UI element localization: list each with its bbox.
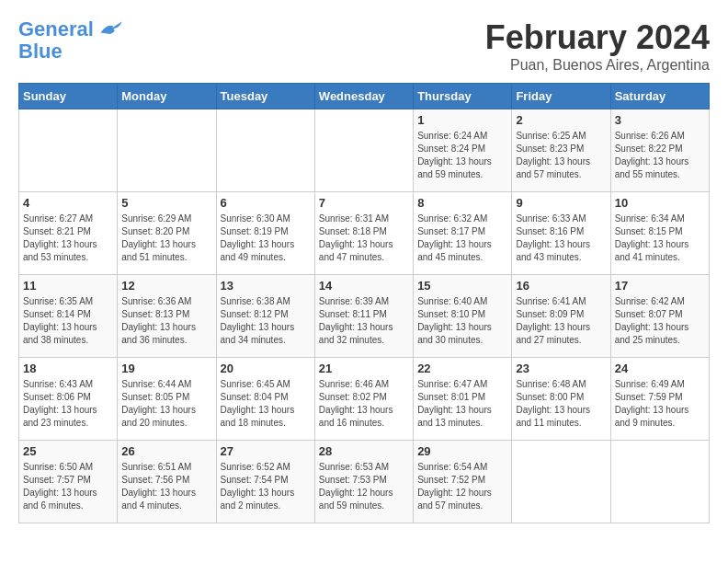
day-info: Sunrise: 6:34 AMSunset: 8:15 PMDaylight:… — [615, 213, 705, 264]
day-number: 20 — [221, 362, 311, 375]
day-of-week-header: Wednesday — [314, 84, 413, 109]
calendar-cell: 21Sunrise: 6:46 AMSunset: 8:02 PMDayligh… — [314, 358, 413, 441]
calendar-cell: 1Sunrise: 6:24 AMSunset: 8:24 PMDaylight… — [414, 109, 512, 192]
day-number: 28 — [319, 444, 409, 458]
day-info: Sunrise: 6:27 AMSunset: 8:21 PMDaylight:… — [23, 213, 113, 264]
day-info: Sunrise: 6:47 AMSunset: 8:01 PMDaylight:… — [417, 378, 507, 430]
calendar-week-row: 1Sunrise: 6:24 AMSunset: 8:24 PMDaylight… — [19, 109, 710, 192]
page-title: February 2024 — [485, 18, 710, 57]
day-info: Sunrise: 6:45 AMSunset: 8:04 PMDaylight:… — [221, 378, 311, 430]
day-info: Sunrise: 6:33 AMSunset: 8:16 PMDaylight:… — [516, 213, 606, 264]
day-info: Sunrise: 6:41 AMSunset: 8:09 PMDaylight:… — [516, 295, 606, 347]
day-info: Sunrise: 6:35 AMSunset: 8:14 PMDaylight:… — [23, 295, 113, 347]
calendar-cell: 7Sunrise: 6:31 AMSunset: 8:18 PMDaylight… — [314, 192, 413, 275]
calendar-cell — [19, 109, 118, 192]
day-info: Sunrise: 6:31 AMSunset: 8:18 PMDaylight:… — [319, 213, 409, 264]
calendar-cell: 26Sunrise: 6:51 AMSunset: 7:56 PMDayligh… — [118, 441, 216, 523]
calendar-cell: 25Sunrise: 6:50 AMSunset: 7:57 PMDayligh… — [19, 441, 118, 523]
day-number: 4 — [23, 196, 113, 210]
calendar-cell: 29Sunrise: 6:54 AMSunset: 7:52 PMDayligh… — [414, 441, 512, 523]
day-of-week-header: Sunday — [19, 84, 118, 109]
day-info: Sunrise: 6:38 AMSunset: 8:12 PMDaylight:… — [221, 295, 311, 347]
day-number: 19 — [121, 362, 211, 375]
day-info: Sunrise: 6:46 AMSunset: 8:02 PMDaylight:… — [319, 378, 409, 430]
calendar-table: SundayMondayTuesdayWednesdayThursdayFrid… — [18, 83, 710, 523]
day-info: Sunrise: 6:43 AMSunset: 8:06 PMDaylight:… — [23, 378, 113, 430]
calendar-cell: 18Sunrise: 6:43 AMSunset: 8:06 PMDayligh… — [19, 358, 118, 441]
day-info: Sunrise: 6:40 AMSunset: 8:10 PMDaylight:… — [417, 295, 507, 347]
day-number: 9 — [516, 196, 606, 210]
day-number: 1 — [417, 113, 507, 127]
calendar-cell: 22Sunrise: 6:47 AMSunset: 8:01 PMDayligh… — [414, 358, 512, 441]
day-info: Sunrise: 6:25 AMSunset: 8:23 PMDaylight:… — [516, 130, 606, 181]
day-of-week-header: Saturday — [610, 84, 709, 109]
calendar-cell — [512, 441, 610, 523]
day-info: Sunrise: 6:44 AMSunset: 8:05 PMDaylight:… — [121, 378, 211, 430]
calendar-cell: 15Sunrise: 6:40 AMSunset: 8:10 PMDayligh… — [414, 275, 512, 358]
calendar-cell: 24Sunrise: 6:49 AMSunset: 7:59 PMDayligh… — [610, 358, 709, 441]
calendar-cell — [216, 109, 314, 192]
calendar-cell — [610, 441, 709, 523]
day-number: 29 — [417, 444, 507, 458]
logo-text: General — [18, 18, 94, 40]
day-number: 14 — [319, 279, 409, 293]
day-info: Sunrise: 6:51 AMSunset: 7:56 PMDaylight:… — [121, 461, 211, 512]
calendar-cell: 19Sunrise: 6:44 AMSunset: 8:05 PMDayligh… — [118, 358, 216, 441]
day-number: 8 — [417, 196, 507, 210]
calendar-week-row: 25Sunrise: 6:50 AMSunset: 7:57 PMDayligh… — [19, 441, 710, 523]
calendar-cell: 14Sunrise: 6:39 AMSunset: 8:11 PMDayligh… — [314, 275, 413, 358]
day-number: 10 — [615, 196, 705, 210]
day-number: 12 — [121, 279, 211, 293]
day-number: 21 — [319, 362, 409, 375]
day-number: 26 — [121, 444, 211, 458]
calendar-cell: 3Sunrise: 6:26 AMSunset: 8:22 PMDaylight… — [610, 109, 709, 192]
title-section: February 2024 Puan, Buenos Aires, Argent… — [485, 18, 710, 74]
page-subtitle: Puan, Buenos Aires, Argentina — [485, 57, 710, 74]
day-number: 7 — [319, 196, 409, 210]
day-info: Sunrise: 6:24 AMSunset: 8:24 PMDaylight:… — [417, 130, 507, 181]
day-number: 24 — [615, 362, 705, 375]
page-header: General Blue February 2024 Puan, Buenos … — [18, 18, 710, 74]
day-of-week-header: Thursday — [414, 84, 512, 109]
calendar-cell: 5Sunrise: 6:29 AMSunset: 8:20 PMDaylight… — [118, 192, 216, 275]
day-number: 22 — [417, 362, 507, 375]
calendar-cell: 4Sunrise: 6:27 AMSunset: 8:21 PMDaylight… — [19, 192, 118, 275]
day-of-week-header: Monday — [118, 84, 216, 109]
day-info: Sunrise: 6:36 AMSunset: 8:13 PMDaylight:… — [121, 295, 211, 347]
day-number: 11 — [23, 279, 113, 293]
calendar-week-row: 4Sunrise: 6:27 AMSunset: 8:21 PMDaylight… — [19, 192, 710, 275]
day-of-week-header: Tuesday — [216, 84, 314, 109]
calendar-cell: 11Sunrise: 6:35 AMSunset: 8:14 PMDayligh… — [19, 275, 118, 358]
day-of-week-header: Friday — [512, 84, 610, 109]
day-number: 17 — [615, 279, 705, 293]
calendar-cell — [314, 109, 413, 192]
calendar-cell: 13Sunrise: 6:38 AMSunset: 8:12 PMDayligh… — [216, 275, 314, 358]
calendar-cell: 17Sunrise: 6:42 AMSunset: 8:07 PMDayligh… — [610, 275, 709, 358]
logo-bird-icon — [97, 18, 123, 40]
day-info: Sunrise: 6:32 AMSunset: 8:17 PMDaylight:… — [417, 213, 507, 264]
calendar-cell: 9Sunrise: 6:33 AMSunset: 8:16 PMDaylight… — [512, 192, 610, 275]
calendar-week-row: 11Sunrise: 6:35 AMSunset: 8:14 PMDayligh… — [19, 275, 710, 358]
calendar-cell: 28Sunrise: 6:53 AMSunset: 7:53 PMDayligh… — [314, 441, 413, 523]
calendar-cell: 23Sunrise: 6:48 AMSunset: 8:00 PMDayligh… — [512, 358, 610, 441]
calendar-cell — [118, 109, 216, 192]
day-info: Sunrise: 6:26 AMSunset: 8:22 PMDaylight:… — [615, 130, 705, 181]
logo: General Blue — [18, 18, 123, 63]
day-number: 15 — [417, 279, 507, 293]
calendar-week-row: 18Sunrise: 6:43 AMSunset: 8:06 PMDayligh… — [19, 358, 710, 441]
day-number: 23 — [516, 362, 606, 375]
day-number: 3 — [615, 113, 705, 127]
day-info: Sunrise: 6:29 AMSunset: 8:20 PMDaylight:… — [121, 213, 211, 264]
day-info: Sunrise: 6:49 AMSunset: 7:59 PMDaylight:… — [615, 378, 705, 430]
day-number: 18 — [23, 362, 113, 375]
calendar-cell: 12Sunrise: 6:36 AMSunset: 8:13 PMDayligh… — [118, 275, 216, 358]
calendar-cell: 10Sunrise: 6:34 AMSunset: 8:15 PMDayligh… — [610, 192, 709, 275]
calendar-cell: 2Sunrise: 6:25 AMSunset: 8:23 PMDaylight… — [512, 109, 610, 192]
calendar-cell: 16Sunrise: 6:41 AMSunset: 8:09 PMDayligh… — [512, 275, 610, 358]
day-number: 25 — [23, 444, 113, 458]
day-info: Sunrise: 6:50 AMSunset: 7:57 PMDaylight:… — [23, 461, 113, 512]
calendar-cell: 8Sunrise: 6:32 AMSunset: 8:17 PMDaylight… — [414, 192, 512, 275]
day-info: Sunrise: 6:54 AMSunset: 7:52 PMDaylight:… — [417, 461, 507, 512]
calendar-cell: 20Sunrise: 6:45 AMSunset: 8:04 PMDayligh… — [216, 358, 314, 441]
day-number: 16 — [516, 279, 606, 293]
